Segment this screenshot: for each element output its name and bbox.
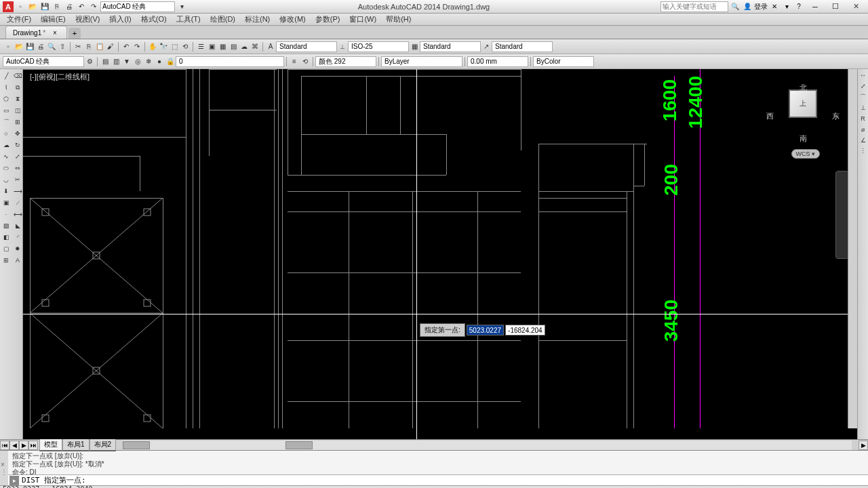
qat-undo-icon[interactable]: ↶ [76, 1, 87, 12]
layout-tab-layout1[interactable]: 布局1 [62, 439, 90, 451]
tb-print-icon[interactable]: 🖨 [35, 41, 46, 52]
ellipse-arc-icon[interactable]: ◡ [1, 174, 12, 185]
maximize-button[interactable]: ☐ [826, 1, 845, 12]
exchange-icon[interactable]: ✕ [769, 1, 780, 12]
dim-angular-icon[interactable]: ∠ [859, 136, 868, 145]
dim-linear-icon[interactable]: ↔ [859, 70, 868, 80]
search-icon[interactable]: 🔍 [730, 1, 741, 12]
table-icon[interactable]: ⊞ [1, 255, 12, 266]
layer-make-current-icon[interactable]: ≡ [289, 56, 300, 67]
qat-plot-icon[interactable]: 🖨 [64, 1, 75, 12]
polygon-icon[interactable]: ⬠ [1, 94, 12, 104]
qat-save-icon[interactable]: 💾 [39, 1, 50, 12]
menu-insert[interactable]: 插入(I) [105, 14, 135, 24]
layer-freeze-icon[interactable]: ❄ [143, 56, 154, 67]
dim-quick-icon[interactable]: ⋮ [859, 146, 868, 156]
mirror-icon[interactable]: ⧗ [12, 94, 23, 104]
menu-help[interactable]: 帮助(H) [382, 14, 415, 24]
tb-qcalc-icon[interactable]: ⌘ [250, 41, 260, 52]
dim-arc-icon[interactable]: ⌒ [859, 92, 868, 102]
arc-icon[interactable]: ⌒ [1, 117, 12, 127]
extend-icon[interactable]: ⟶ [12, 186, 23, 197]
menu-modify[interactable]: 修改(M) [275, 14, 310, 24]
menu-file[interactable]: 文件(F) [3, 14, 35, 24]
menu-parametric[interactable]: 参数(P) [311, 14, 344, 24]
array-icon[interactable]: ⊞ [12, 117, 23, 127]
h-scroll-track[interactable] [123, 441, 852, 450]
h-scroll-thumb[interactable] [123, 441, 150, 449]
ellipse-icon[interactable]: ⬭ [1, 163, 12, 174]
tb-undo-icon[interactable]: ↶ [121, 41, 132, 52]
tb-tablestyle-icon[interactable]: ▦ [409, 41, 420, 52]
viewcube-north[interactable]: 北 [769, 83, 837, 93]
layer-selector[interactable] [176, 56, 284, 67]
tb-redo-icon[interactable]: ↷ [132, 41, 142, 52]
minimize-button[interactable]: ─ [806, 1, 825, 12]
move-icon[interactable]: ✥ [12, 128, 23, 139]
line-icon[interactable]: ╱ [1, 70, 12, 81]
model-viewport[interactable]: [-][俯视][二维线框] [23, 69, 857, 439]
rectangle-icon[interactable]: ▭ [1, 105, 12, 116]
mtext-icon[interactable]: A [12, 255, 23, 266]
menu-format[interactable]: 格式(O) [137, 14, 171, 24]
qat-new-icon[interactable]: ▫ [15, 1, 26, 12]
layer-prop-icon[interactable]: ▤ [100, 56, 111, 67]
tb-markup-icon[interactable]: ☁ [239, 41, 250, 52]
layer-iso-icon[interactable]: ◎ [132, 56, 143, 67]
command-history[interactable]: 指定下一点或 [放弃(U)]: 指定下一点或 [放弃(U)]: *取消* 命令:… [8, 451, 868, 474]
layout-next-icon[interactable]: ▶ [19, 441, 28, 450]
tb-pan-icon[interactable]: ✋ [147, 41, 158, 52]
menu-view[interactable]: 视图(V) [71, 14, 104, 24]
menu-draw[interactable]: 绘图(D) [206, 14, 239, 24]
insert-icon[interactable]: ⬇ [1, 186, 12, 197]
stay-connected-icon[interactable]: ▾ [781, 1, 792, 12]
menu-window[interactable]: 窗口(W) [345, 14, 380, 24]
menu-tools[interactable]: 工具(T) [172, 14, 205, 24]
point-icon[interactable]: · [1, 209, 12, 220]
ws-settings-icon[interactable]: ⚙ [84, 56, 95, 67]
doc-tab-close-icon[interactable]: × [50, 28, 60, 37]
help-search-input[interactable] [660, 1, 728, 12]
layer-prev-icon[interactable]: ⟲ [300, 56, 311, 67]
tb-preview-icon[interactable]: 🔍 [46, 41, 57, 52]
tb-match-icon[interactable]: 🖌 [105, 41, 116, 52]
view-label[interactable]: [-][俯视][二维线框] [27, 71, 92, 83]
workspace-drop-icon[interactable]: ▾ [176, 1, 187, 12]
viewport-scrollbar-v[interactable] [848, 69, 857, 428]
tb-publish-icon[interactable]: ⇧ [57, 41, 68, 52]
trim-icon[interactable]: ✂ [12, 174, 23, 185]
tb-copy-icon[interactable]: ⎘ [83, 41, 94, 52]
stretch-icon[interactable]: ⇔ [12, 163, 23, 174]
pline-icon[interactable]: ⌇ [1, 82, 12, 93]
command-input-row[interactable]: ▸ DIST 指定第一点: [8, 474, 868, 485]
viewcube-top-face[interactable]: 上 [789, 89, 817, 118]
tb-open-icon[interactable]: 📂 [14, 41, 24, 52]
cursor-coords[interactable]: 5023.0227, -16824.2040, 0.0000 [3, 485, 98, 489]
dim-aligned-icon[interactable]: ⤢ [859, 81, 868, 91]
workspace-selector[interactable] [100, 1, 175, 12]
layer-filter-icon[interactable]: ▼ [121, 56, 132, 67]
sign-in-icon[interactable]: 👤 [742, 1, 753, 12]
menu-edit[interactable]: 编辑(E) [37, 14, 70, 24]
doc-tab-drawing1[interactable]: Drawing1* × [5, 26, 67, 39]
rotate-icon[interactable]: ↻ [12, 140, 23, 150]
tb-tp-icon[interactable]: ▦ [217, 41, 228, 52]
close-button[interactable]: ✕ [846, 1, 865, 12]
region-icon[interactable]: ▢ [1, 243, 12, 254]
qat-open-icon[interactable]: 📂 [27, 1, 38, 12]
tb-props-icon[interactable]: ☰ [195, 41, 206, 52]
tb-mlstyle-icon[interactable]: ↗ [481, 41, 492, 52]
explode-icon[interactable]: ✸ [12, 243, 23, 254]
mleader-style-selector[interactable] [492, 41, 553, 52]
viewcube-west[interactable]: 西 [766, 111, 774, 121]
layout-tab-layout2[interactable]: 布局2 [90, 439, 117, 451]
text-style-selector[interactable] [276, 41, 337, 52]
copy-icon[interactable]: ⧉ [12, 82, 23, 93]
chamfer-icon[interactable]: ◣ [12, 220, 23, 231]
h-scroll-thumb-2[interactable] [285, 441, 313, 449]
dyn-y-field[interactable]: -16824.204 [505, 325, 545, 336]
help-icon[interactable]: ? [793, 1, 804, 12]
break-icon[interactable]: ⟋ [12, 197, 23, 208]
offset-icon[interactable]: ◫ [12, 105, 23, 116]
gradient-icon[interactable]: ◧ [1, 232, 12, 243]
